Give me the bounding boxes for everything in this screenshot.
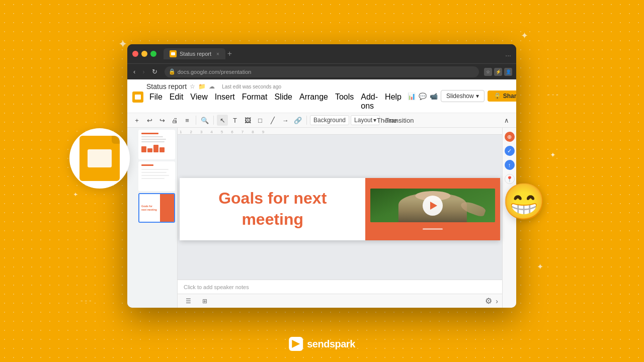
- slide-thumb-7[interactable]: 7: [129, 130, 175, 159]
- transition-btn[interactable]: Transition: [394, 115, 405, 126]
- expand-button[interactable]: ›: [496, 297, 498, 305]
- star-icon[interactable]: ☆: [190, 83, 195, 90]
- sparkle-icon: ✦: [550, 151, 556, 159]
- folder-icon[interactable]: 📁: [198, 83, 206, 90]
- address-bar[interactable]: 🔒 docs.google.com/presentation: [165, 66, 479, 77]
- slides-app: Status report ☆ 📁 ☁ Last edit was second…: [127, 79, 516, 308]
- sendspark-logo: [289, 337, 303, 351]
- slide-panel: 7: [127, 128, 178, 308]
- menu-help[interactable]: Help: [382, 92, 405, 112]
- menu-arrange[interactable]: Arrange: [296, 92, 331, 112]
- video-call-icon[interactable]: 📹: [430, 93, 438, 100]
- video-background: [370, 189, 495, 222]
- slide-underline: [423, 228, 443, 230]
- back-button[interactable]: ‹: [131, 67, 137, 76]
- share-label: Share: [503, 93, 516, 100]
- video-play-button[interactable]: [423, 196, 443, 216]
- slideshow-button[interactable]: Slideshow ▾: [441, 90, 485, 102]
- profile-icon[interactable]: 👤: [504, 68, 512, 76]
- link-btn[interactable]: 🔗: [292, 115, 303, 126]
- tab-title: Status report: [180, 51, 211, 57]
- menu-bar: File Edit View Insert Format Slide Arran…: [146, 92, 405, 112]
- sparkle-icon: ✦: [118, 38, 127, 51]
- slides-content: 7: [127, 128, 516, 308]
- notes-placeholder: Click to add speaker notes: [184, 284, 249, 290]
- nav-bar: ‹ › ↻ 🔒 docs.google.com/presentation ☆ ⚡…: [127, 63, 516, 79]
- rp-btn-3[interactable]: ↑: [505, 160, 515, 170]
- slides-toolbar: + ↩ ↪ 🖨 ≡ 🔍 ↖ T 🖼 □ ╱ → 🔗 Background Lay…: [127, 113, 516, 128]
- chart-icon[interactable]: 📊: [408, 93, 416, 100]
- rp-btn-1[interactable]: ⊕: [505, 132, 515, 142]
- list-view-button[interactable]: ☰: [182, 297, 195, 306]
- slide-thumb-content-9[interactable]: Goals for next meeting: [138, 193, 175, 223]
- refresh-button[interactable]: ↻: [150, 67, 159, 76]
- slideshow-dropdown-icon[interactable]: ▾: [476, 93, 479, 100]
- redo-btn[interactable]: ↪: [156, 115, 168, 126]
- menu-insert[interactable]: Insert: [212, 92, 238, 112]
- tab-bar: Status report × +: [164, 48, 502, 59]
- bookmarks-icon[interactable]: ☆: [484, 68, 492, 76]
- active-tab[interactable]: Status report ×: [164, 48, 225, 59]
- slide-thumb-content-7[interactable]: [138, 130, 175, 159]
- layout-dropdown[interactable]: Layout ▾: [351, 115, 380, 125]
- shape-btn[interactable]: □: [255, 115, 266, 126]
- traffic-light-minimize[interactable]: [141, 51, 147, 57]
- menu-format[interactable]: Format: [239, 92, 271, 112]
- slide-thumb-9[interactable]: 9 Goals for next meeting: [129, 193, 175, 223]
- settings-button[interactable]: ⚙: [484, 296, 494, 306]
- background-dropdown[interactable]: Background: [310, 115, 349, 125]
- video-thumbnail[interactable]: [370, 189, 495, 222]
- slide-canvas-container: Goals for nextmeeting: [178, 137, 502, 280]
- menu-addons[interactable]: Add-ons: [358, 92, 381, 112]
- sparkle-icon: ✦: [521, 30, 528, 41]
- traffic-light-maximize[interactable]: [150, 51, 156, 57]
- document-title[interactable]: Status report: [146, 82, 187, 90]
- grinning-emoji: 😁: [502, 181, 546, 222]
- text-btn[interactable]: T: [229, 115, 240, 126]
- extensions-icon[interactable]: ⚡: [494, 68, 502, 76]
- slide-right-panel: [365, 178, 500, 240]
- right-actions: 📊 💬 📹 Slideshow ▾ 🔒 Share U: [408, 89, 516, 105]
- traffic-light-close[interactable]: [132, 51, 138, 57]
- menu-edit[interactable]: Edit: [167, 92, 187, 112]
- background-label: Background: [313, 117, 346, 124]
- zoom-btn[interactable]: 🔍: [199, 115, 210, 126]
- menu-file[interactable]: File: [146, 92, 166, 112]
- tab-close-button[interactable]: ×: [216, 51, 219, 57]
- rp-btn-2[interactable]: ✓: [505, 146, 515, 156]
- toolbar-divider: [306, 116, 307, 125]
- sparkle-icon: ✦: [73, 191, 78, 198]
- menu-tools[interactable]: Tools: [332, 92, 357, 112]
- menu-slide[interactable]: Slide: [271, 92, 295, 112]
- notes-area[interactable]: Click to add speaker notes: [178, 280, 502, 294]
- nav-icons-group: ☆ ⚡ 👤: [484, 68, 512, 76]
- grid-view-button[interactable]: ⊞: [198, 297, 211, 306]
- layout-arrow: ▾: [373, 117, 376, 124]
- print-btn[interactable]: 🖨: [169, 115, 180, 126]
- share-button[interactable]: 🔒 Share: [488, 90, 516, 102]
- slides-app-icon-small: [132, 92, 143, 103]
- new-tab-button[interactable]: +: [227, 49, 232, 58]
- browser-window: Status report × + ... ‹ › ↻ 🔒 docs.googl…: [127, 44, 516, 308]
- comment-icon[interactable]: 💬: [419, 93, 427, 100]
- forward-button[interactable]: ›: [140, 67, 146, 76]
- thumb-goals-text: Goals for next meeting: [141, 205, 158, 211]
- menu-view[interactable]: View: [187, 92, 210, 112]
- browser-chrome: Status report × + ...: [127, 44, 516, 63]
- panel-collapse-button[interactable]: ‹: [177, 209, 178, 227]
- slide-thumb-8[interactable]: 8: [129, 161, 175, 191]
- slides-app-icon: [69, 128, 130, 189]
- slide-thumb-content-8[interactable]: [138, 161, 175, 191]
- format-options-btn[interactable]: ≡: [182, 115, 193, 126]
- undo-btn[interactable]: ↩: [144, 115, 155, 126]
- slides-big-icon-shape: [79, 136, 120, 181]
- slide-canvas[interactable]: Goals for nextmeeting: [180, 178, 500, 240]
- cursor-btn[interactable]: ↖: [217, 115, 228, 126]
- browser-more-button[interactable]: ...: [505, 50, 511, 58]
- image-btn[interactable]: 🖼: [242, 115, 253, 126]
- line-btn[interactable]: ╱: [267, 115, 278, 126]
- address-text: docs.google.com/presentation: [178, 69, 252, 75]
- collapse-toolbar-btn[interactable]: ∧: [501, 115, 512, 126]
- add-slide-btn[interactable]: +: [131, 115, 142, 126]
- arrow-btn[interactable]: →: [280, 115, 291, 126]
